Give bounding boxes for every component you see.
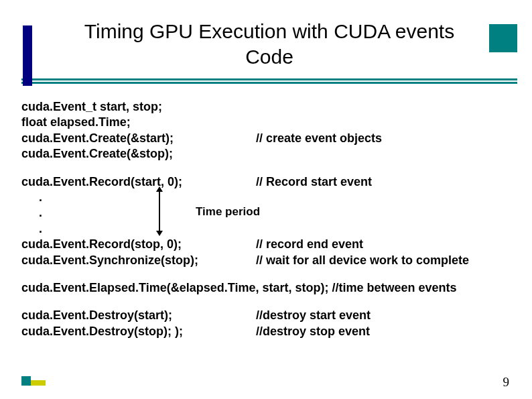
code-text: cuda.Event.Elapsed.Time(&elapsed.Time, s…	[21, 280, 457, 296]
code-text: cuda.Event.Synchronize(stop);	[21, 253, 256, 268]
title-accent-bar	[23, 25, 32, 86]
code-block-3: cuda.Event.Elapsed.Time(&elapsed.Time, s…	[21, 280, 517, 296]
code-text: cuda.Event_t start, stop;	[21, 99, 162, 115]
title-area: Timing GPU Execution with CUDA events Co…	[0, 0, 532, 69]
title-underline	[21, 78, 517, 80]
code-text: float elapsed.Time;	[21, 115, 131, 130]
footer-accent-bar	[31, 380, 46, 386]
code-text: cuda.Event.Record(start, 0);	[21, 174, 256, 190]
code-comment: // wait for all device work to complete	[256, 253, 517, 268]
code-block-1: cuda.Event_t start, stop; float elapsed.…	[21, 99, 517, 162]
footer-accent-square	[21, 376, 31, 386]
code-text: cuda.Event.Create(&start);	[21, 131, 256, 146]
time-period-label: Time period	[196, 205, 260, 219]
code-dot: .	[21, 190, 42, 205]
code-text: cuda.Event.Record(stop, 0);	[21, 237, 256, 252]
code-comment: // create event objects	[256, 131, 517, 146]
title-line-1: Timing GPU Execution with CUDA events	[84, 20, 454, 42]
code-dot: .	[21, 205, 42, 221]
code-comment: // Record start event	[256, 174, 517, 190]
code-text: cuda.Event.Destroy(start);	[21, 308, 256, 323]
code-text: cuda.Event.Destroy(stop); );	[21, 324, 256, 339]
title-underline	[21, 82, 517, 84]
title-accent-square	[489, 24, 517, 52]
page-number: 9	[503, 375, 510, 390]
code-block-4: cuda.Event.Destroy(start); //destroy sta…	[21, 308, 517, 339]
code-comment: //destroy start event	[256, 308, 517, 323]
double-arrow-icon	[159, 190, 160, 232]
slide-title: Timing GPU Execution with CUDA events Co…	[0, 19, 532, 69]
slide: Timing GPU Execution with CUDA events Co…	[0, 0, 532, 399]
code-dot: .	[21, 221, 42, 237]
code-comment: // record end event	[256, 237, 517, 252]
code-text: cuda.Event.Create(&stop);	[21, 146, 173, 162]
content: cuda.Event_t start, stop; float elapsed.…	[21, 99, 517, 351]
code-block-2: cuda.Event.Record(start, 0); // Record s…	[21, 174, 517, 268]
code-comment: //destroy stop event	[256, 324, 517, 339]
title-line-2: Code	[245, 46, 293, 68]
time-period-arrow	[159, 187, 160, 235]
